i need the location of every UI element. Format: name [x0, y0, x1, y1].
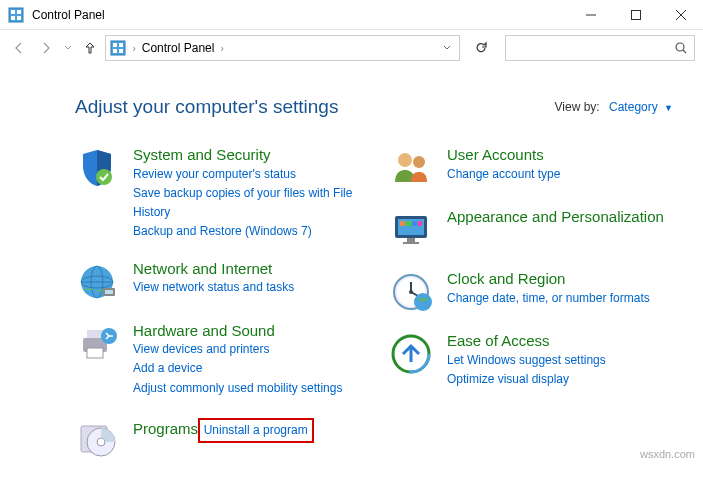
svg-rect-35: [403, 242, 419, 244]
back-button[interactable]: [8, 36, 31, 60]
category-title[interactable]: User Accounts: [447, 146, 544, 163]
shield-icon: [75, 146, 119, 190]
category-appearance-personalization: Appearance and Personalization: [389, 208, 673, 252]
control-panel-icon: [110, 40, 126, 56]
maximize-button[interactable]: [613, 0, 658, 30]
svg-rect-11: [119, 43, 123, 47]
forward-button[interactable]: [35, 36, 58, 60]
globe-icon: [75, 260, 119, 304]
titlebar: Control Panel: [0, 0, 703, 30]
svg-rect-2: [17, 10, 21, 14]
view-by-control[interactable]: View by: Category ▼: [555, 100, 673, 114]
svg-point-14: [676, 43, 684, 51]
svg-rect-1: [11, 10, 15, 14]
svg-rect-6: [631, 10, 640, 19]
printer-icon: [75, 322, 119, 366]
svg-rect-25: [87, 348, 103, 358]
disc-icon: [75, 416, 119, 460]
svg-rect-24: [87, 330, 103, 338]
search-bar[interactable]: [505, 35, 695, 61]
breadcrumb-location[interactable]: Control Panel: [142, 41, 215, 55]
chevron-down-icon: ▼: [664, 103, 673, 113]
category-title[interactable]: Programs: [133, 420, 198, 437]
recent-dropdown[interactable]: [61, 36, 74, 60]
svg-rect-34: [407, 238, 415, 242]
svg-point-16: [96, 169, 112, 185]
breadcrumb-separator: ›: [132, 43, 135, 54]
category-link[interactable]: Optimize visual display: [447, 370, 673, 389]
category-title[interactable]: Network and Internet: [133, 260, 272, 277]
category-user-accounts: User Accounts Change account type: [389, 146, 673, 190]
breadcrumb-separator[interactable]: ›: [220, 43, 223, 54]
category-link[interactable]: Review your computer's status: [133, 165, 359, 184]
view-by-label: View by:: [555, 100, 600, 114]
people-icon: [389, 146, 433, 190]
search-input[interactable]: [506, 41, 668, 55]
category-hardware-sound: Hardware and Sound View devices and prin…: [75, 322, 359, 398]
svg-point-31: [413, 156, 425, 168]
svg-rect-10: [113, 43, 117, 47]
svg-rect-12: [113, 49, 117, 53]
svg-rect-3: [11, 16, 15, 20]
category-network-internet: Network and Internet View network status…: [75, 260, 359, 304]
category-title[interactable]: Appearance and Personalization: [447, 208, 664, 225]
category-link[interactable]: View devices and printers: [133, 340, 359, 359]
category-link[interactable]: Adjust commonly used mobility settings: [133, 379, 359, 398]
category-link-uninstall[interactable]: Uninstall a program: [204, 423, 308, 437]
control-panel-icon: [8, 7, 24, 23]
svg-rect-37: [406, 221, 411, 226]
up-button[interactable]: [79, 36, 102, 60]
svg-rect-36: [400, 221, 405, 226]
svg-rect-22: [105, 290, 113, 294]
category-system-security: System and Security Review your computer…: [75, 146, 359, 242]
svg-point-29: [97, 438, 105, 446]
category-title[interactable]: System and Security: [133, 146, 271, 163]
address-bar[interactable]: › Control Panel ›: [105, 35, 460, 61]
svg-rect-39: [418, 221, 422, 226]
svg-line-15: [683, 50, 686, 53]
category-link[interactable]: Let Windows suggest settings: [447, 351, 673, 370]
category-link[interactable]: Change date, time, or number formats: [447, 289, 673, 308]
watermark: wsxdn.com: [640, 448, 695, 460]
category-ease-of-access: Ease of Access Let Windows suggest setti…: [389, 332, 673, 389]
address-dropdown[interactable]: [439, 43, 455, 54]
svg-rect-4: [17, 16, 21, 20]
category-programs: Programs Uninstall a program: [75, 416, 359, 460]
toolbar: › Control Panel ›: [0, 30, 703, 66]
svg-rect-13: [119, 49, 123, 53]
clock-icon: [389, 270, 433, 314]
category-link[interactable]: View network status and tasks: [133, 278, 359, 297]
category-title[interactable]: Ease of Access: [447, 332, 550, 349]
category-title[interactable]: Hardware and Sound: [133, 322, 275, 339]
close-button[interactable]: [658, 0, 703, 30]
left-column: System and Security Review your computer…: [75, 146, 359, 460]
monitor-icon: [389, 208, 433, 252]
accessibility-icon: [389, 332, 433, 376]
view-by-value[interactable]: Category: [609, 100, 658, 114]
right-column: User Accounts Change account type Appear…: [389, 146, 673, 460]
window-title: Control Panel: [32, 8, 568, 22]
svg-rect-38: [412, 221, 417, 226]
svg-point-30: [398, 153, 412, 167]
category-link[interactable]: Backup and Restore (Windows 7): [133, 222, 359, 241]
page-title: Adjust your computer's settings: [75, 96, 338, 118]
refresh-button[interactable]: [468, 35, 493, 61]
category-link[interactable]: Change account type: [447, 165, 673, 184]
category-link[interactable]: Add a device: [133, 359, 359, 378]
category-title[interactable]: Clock and Region: [447, 270, 565, 287]
search-icon[interactable]: [668, 41, 694, 55]
svg-point-44: [409, 290, 413, 294]
category-clock-region: Clock and Region Change date, time, or n…: [389, 270, 673, 314]
content-area: Adjust your computer's settings View by:…: [0, 66, 703, 470]
highlighted-link: Uninstall a program: [198, 418, 314, 443]
category-link[interactable]: Save backup copies of your files with Fi…: [133, 184, 359, 222]
minimize-button[interactable]: [568, 0, 613, 30]
